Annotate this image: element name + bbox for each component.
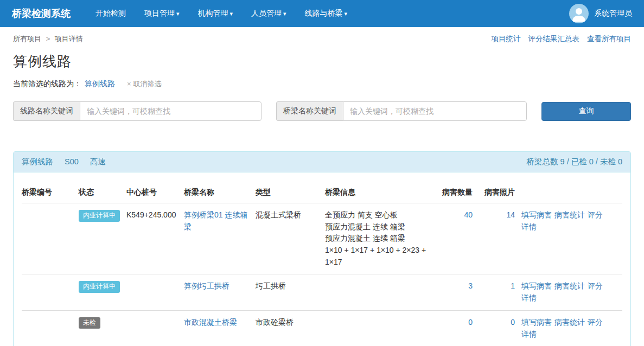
action-link-评分[interactable]: 评分 [588, 318, 603, 326]
nav-item-线路与桥梁[interactable]: 线路与桥梁▾ [305, 9, 348, 18]
cell-status: 未检 [79, 310, 126, 346]
cell-stake [126, 310, 184, 346]
bridge-info-line: 预应力混凝土 连续 箱梁 [325, 233, 433, 245]
column-header: 状态 [79, 181, 126, 203]
bridge-name-link[interactable]: 市政混凝土桥梁 [184, 318, 237, 326]
bridge-name-link[interactable]: 算例桥梁01 连续箱梁 [184, 210, 247, 231]
header-link-项目统计[interactable]: 项目统计 [492, 35, 521, 43]
line-keyword-group: 线路名称关键词 [13, 101, 262, 121]
line-name: 算例线路 [22, 157, 53, 166]
action-link-评分[interactable]: 评分 [588, 210, 603, 219]
cell-photo-count: 1 [479, 274, 521, 310]
breadcrumb: 所有项目 > 项目详情 [13, 34, 83, 44]
column-header: 桥梁信息 [325, 181, 440, 203]
cell-bridge-info [325, 310, 440, 346]
cell-actions: 填写病害病害统计评分详情 [521, 203, 622, 274]
bridge-info-line: 全预应力 简支 空心板 [325, 209, 433, 221]
clear-filter-link[interactable]: ×取消筛选 [127, 79, 162, 89]
cell-photo-count: 0 [479, 310, 521, 346]
header-links: 项目统计评分结果汇总表查看所有项目 [484, 34, 632, 44]
breadcrumb-separator: > [46, 35, 50, 43]
cell-stake [126, 274, 184, 310]
line-keyword-input[interactable] [80, 101, 262, 121]
photo-count-link[interactable]: 0 [511, 318, 515, 326]
cell-actions: 填写病害病害统计评分详情 [521, 274, 622, 310]
user-menu[interactable]: 系统管理员 [569, 4, 632, 23]
filter-label: 当前筛选的线路为： [13, 79, 81, 89]
table-row: 内业计算中K549+245.000算例桥梁01 连续箱梁混凝土式梁桥全预应力 简… [22, 203, 622, 274]
bridge-keyword-label: 桥梁名称关键词 [276, 101, 343, 121]
line-code: S00 [65, 157, 79, 166]
cell-stake: K549+245.000 [126, 203, 184, 274]
status-badge: 内业计算中 [79, 281, 120, 293]
cell-actions: 填写病害病害统计评分详情 [521, 310, 622, 346]
action-link-填写病害[interactable]: 填写病害 [521, 281, 552, 290]
line-panel: 算例线路 S00 高速 桥梁总数 9 / 已检 0 / 未检 0 桥梁编号状态中… [13, 151, 631, 346]
cell-bridge-no [22, 310, 79, 346]
defect-count-link[interactable]: 0 [468, 318, 473, 326]
cell-defect-count: 0 [440, 310, 479, 346]
top-navbar: 桥梁检测系统 开始检测项目管理▾机构管理▾人员管理▾线路与桥梁▾ 系统管理员 [0, 0, 644, 27]
line-grade: 高速 [90, 157, 106, 166]
cell-bridge-no [22, 274, 79, 310]
breadcrumb-current: 项目详情 [55, 35, 83, 43]
breadcrumb-row: 所有项目 > 项目详情 项目统计评分结果汇总表查看所有项目 [13, 34, 631, 44]
app-brand[interactable]: 桥梁检测系统 [12, 7, 71, 20]
nav-item-开始检测[interactable]: 开始检测 [95, 9, 126, 18]
header-link-查看所有项目[interactable]: 查看所有项目 [587, 35, 631, 43]
column-header: 中心桩号 [126, 181, 184, 203]
bridge-keyword-group: 桥梁名称关键词 [276, 101, 527, 121]
user-name: 系统管理员 [594, 9, 632, 18]
breadcrumb-all-projects[interactable]: 所有项目 [13, 35, 41, 43]
column-header: 病害数量 [440, 181, 479, 203]
action-link-病害统计[interactable]: 病害统计 [554, 318, 585, 326]
cell-bridge-type: 混凝土式梁桥 [256, 203, 325, 274]
photo-count-link[interactable]: 1 [511, 281, 515, 290]
header-link-评分结果汇总表[interactable]: 评分结果汇总表 [528, 35, 580, 43]
bridge-keyword-input[interactable] [343, 101, 527, 121]
action-link-详情[interactable]: 详情 [521, 293, 537, 302]
panel-heading: 算例线路 S00 高速 桥梁总数 9 / 已检 0 / 未检 0 [14, 152, 630, 172]
action-link-填写病害[interactable]: 填写病害 [521, 210, 552, 219]
defect-count-link[interactable]: 3 [468, 281, 473, 290]
table-row: 未检市政混凝土桥梁市政砼梁桥00填写病害病害统计评分详情 [22, 310, 622, 346]
action-link-病害统计[interactable]: 病害统计 [554, 210, 585, 219]
nav-item-项目管理[interactable]: 项目管理▾ [144, 9, 180, 18]
bridge-info-line: 1×10 + 1×17 + 1×10 + 2×23 + 1×17 [325, 245, 433, 268]
filter-value-link[interactable]: 算例线路 [85, 79, 115, 89]
query-button[interactable]: 查询 [541, 102, 631, 121]
status-badge: 内业计算中 [79, 210, 120, 222]
action-link-评分[interactable]: 评分 [588, 281, 603, 290]
search-toolbar: 线路名称关键词 桥梁名称关键词 查询 [13, 101, 631, 121]
cell-photo-count: 14 [479, 203, 521, 274]
action-link-详情[interactable]: 详情 [521, 222, 537, 231]
nav-item-机构管理[interactable]: 机构管理▾ [198, 9, 233, 18]
defect-count-link[interactable]: 40 [464, 210, 473, 219]
column-header [521, 181, 622, 203]
panel-body: 桥梁编号状态中心桩号桥梁名称类型桥梁信息病害数量病害照片 内业计算中K549+2… [14, 172, 630, 346]
line-keyword-label: 线路名称关键词 [13, 101, 80, 121]
avatar[interactable] [569, 4, 589, 23]
cell-defect-count: 40 [440, 203, 479, 274]
cell-bridge-type: 市政砼梁桥 [256, 310, 325, 346]
action-link-详情[interactable]: 详情 [521, 330, 537, 338]
chevron-down-icon: ▾ [283, 10, 286, 17]
main-nav: 开始检测项目管理▾机构管理▾人员管理▾线路与桥梁▾ [77, 9, 347, 18]
action-link-填写病害[interactable]: 填写病害 [521, 318, 552, 326]
cell-bridge-info: 全预应力 简支 空心板预应力混凝土 连续 箱梁预应力混凝土 连续 箱梁1×10 … [325, 203, 440, 274]
cell-bridge-info [325, 274, 440, 310]
close-icon: × [127, 80, 131, 88]
table-header-row: 桥梁编号状态中心桩号桥梁名称类型桥梁信息病害数量病害照片 [22, 181, 622, 203]
cell-defect-count: 3 [440, 274, 479, 310]
chevron-down-icon: ▾ [230, 10, 233, 17]
table-row: 内业计算中算例圬工拱桥圬工拱桥31填写病害病害统计评分详情 [22, 274, 622, 310]
page-title: 算例线路 [13, 52, 631, 71]
photo-count-link[interactable]: 14 [506, 210, 515, 219]
cell-bridge-name: 市政混凝土桥梁 [184, 310, 256, 346]
filter-row: 当前筛选的线路为： 算例线路 ×取消筛选 [13, 79, 631, 89]
nav-item-人员管理[interactable]: 人员管理▾ [251, 9, 286, 18]
bridge-name-link[interactable]: 算例圬工拱桥 [184, 281, 229, 290]
chevron-down-icon: ▾ [176, 10, 180, 17]
column-header: 类型 [256, 181, 325, 203]
action-link-病害统计[interactable]: 病害统计 [554, 281, 585, 290]
